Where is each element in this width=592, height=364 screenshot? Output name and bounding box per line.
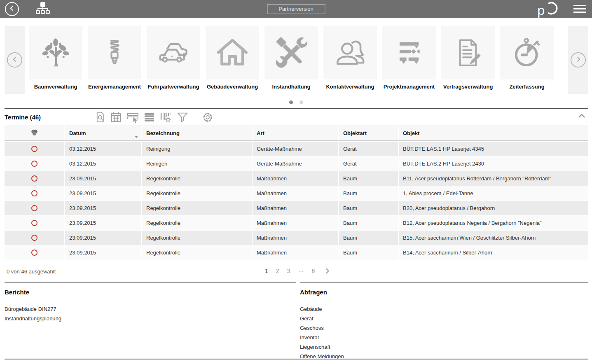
column-header-bezeichnung[interactable]: Bezeichnung: [141, 126, 252, 140]
table-row[interactable]: 23.09.2015 Regelkontrolle Maßnahmen Baum…: [5, 245, 588, 260]
carousel-next-button[interactable]: [571, 52, 586, 68]
carousel-right-strip: [568, 26, 588, 94]
pagination-page-1[interactable]: 1: [265, 268, 268, 274]
module-label: Projektmanagement: [382, 84, 436, 90]
module-tile[interactable]: Projektmanagement: [382, 26, 436, 90]
table-row[interactable]: 03.12.2015 Reinigung Geräte-Maßnahme Ger…: [5, 142, 588, 156]
module-tile[interactable]: Baumverwaltung: [29, 26, 82, 90]
abfrage-item[interactable]: Inventar: [300, 335, 588, 341]
table-row[interactable]: 23.09.2015 Regelkontrolle Maßnahmen Baum…: [5, 216, 588, 231]
module-tile[interactable]: Energiemanagement: [88, 26, 141, 90]
cell-bezeichnung: Regelkontrolle: [141, 245, 252, 260]
module-carousel-track: Baumverwaltung Energiemanagement Fuhrpar…: [29, 26, 554, 90]
module-label: Zeiterfassung: [500, 84, 554, 90]
tools-icon: [264, 26, 318, 79]
pagination-page-2[interactable]: 2: [276, 268, 279, 274]
abfrage-item[interactable]: Liegenschaft: [300, 344, 588, 350]
module-tile[interactable]: Kontaktverwaltung: [323, 26, 377, 90]
toolbar-separator: [195, 112, 195, 123]
cell-bezeichnung: Reinigung: [141, 142, 252, 156]
module-tile[interactable]: Fuhrparkverwaltung: [147, 26, 200, 90]
column-header-art[interactable]: Art: [252, 126, 338, 140]
status-circle-icon: [31, 250, 37, 256]
contract-icon: [441, 26, 495, 79]
back-button[interactable]: [5, 2, 19, 16]
table-row[interactable]: 23.09.2015 Regelkontrolle Maßnahmen Baum…: [5, 231, 588, 245]
abfrage-item[interactable]: Geschoss: [300, 325, 588, 331]
cell-objektart: Gerät: [338, 142, 398, 156]
column-header-datum[interactable]: Datum: [64, 126, 141, 140]
status-circle-icon: [31, 146, 37, 152]
status-circle-icon: [31, 235, 37, 241]
pagination-page-6[interactable]: 6: [311, 268, 315, 274]
column-header-status[interactable]: [5, 126, 64, 140]
org-chart-icon: [35, 2, 50, 16]
pagination-ellipsis: ⋯: [298, 268, 304, 274]
module-tile[interactable]: Gebäudeverwaltung: [206, 26, 259, 90]
filter-icon[interactable]: [176, 112, 189, 123]
row-select-icon[interactable]: [126, 112, 139, 123]
cell-objektart: Baum: [338, 201, 398, 215]
cell-objekt: BÜT.DTE.LAS.1 HP Laserjet 4345: [398, 142, 588, 156]
status-circle-icon: [31, 205, 37, 211]
termine-section: Termine (46) Datum Bezeichnung Art Objek…: [5, 108, 588, 282]
tree-icon: [29, 26, 82, 79]
cell-bezeichnung: Regelkontrolle: [141, 171, 252, 186]
module-label: Energiemanagement: [88, 84, 141, 90]
cell-objektart: Baum: [338, 231, 398, 245]
app-logo: p: [537, 0, 559, 18]
abfrage-item[interactable]: Gerät: [300, 316, 588, 322]
module-tile[interactable]: Zeiterfassung: [500, 26, 554, 90]
cell-datum: 23.09.2015: [64, 186, 141, 201]
carousel-page-dot[interactable]: [300, 100, 303, 104]
cell-art: Maßnahmen: [252, 245, 338, 260]
carousel-prev-button[interactable]: [7, 52, 22, 68]
chevron-left-icon: [12, 56, 18, 64]
table-row[interactable]: 23.09.2015 Regelkontrolle Maßnahmen Baum…: [5, 201, 588, 216]
carousel-page-dot[interactable]: [289, 100, 293, 104]
table-row[interactable]: 23.09.2015 Regelkontrolle Maßnahmen Baum…: [5, 186, 588, 201]
cell-objekt: 1, Abies procera / Edel-Tanne: [398, 186, 588, 201]
pagination-next-button[interactable]: [324, 268, 330, 274]
table-row[interactable]: 23.09.2015 Regelkontrolle Maßnahmen Baum…: [5, 171, 588, 186]
settings-icon[interactable]: [201, 111, 214, 124]
document-search-icon[interactable]: [95, 112, 105, 123]
module-tile[interactable]: Vertragsverwaltung: [441, 26, 495, 90]
cell-objektart: Baum: [338, 245, 398, 260]
cell-objekt: B14, Acer saccharinum / Silber-Ahorn: [398, 245, 588, 260]
cell-art: Maßnahmen: [252, 171, 338, 186]
cell-bezeichnung: Regelkontrolle: [141, 186, 252, 201]
column-header-objektart[interactable]: Objektart: [338, 126, 398, 140]
table-row[interactable]: 03.12.2015 Reinigen Geräte-Maßnahme Gerä…: [5, 156, 588, 171]
bericht-item[interactable]: Instandhaltungsplanung: [5, 316, 296, 322]
module-tile[interactable]: Instandhaltung: [264, 26, 318, 90]
bericht-item[interactable]: Bürogebäude DIN277: [5, 306, 296, 312]
cell-objektart: Baum: [338, 186, 398, 201]
collapse-section-button[interactable]: [578, 113, 586, 120]
berichte-panel: Berichte Bürogebäude DIN277Instandhaltun…: [5, 282, 296, 325]
org-chart-button[interactable]: [35, 2, 50, 16]
partnerversion-button[interactable]: Partnerversion: [267, 4, 325, 14]
logo-arc-icon: [544, 0, 559, 18]
panel-divider: [300, 282, 588, 283]
column-header-objekt[interactable]: Objekt: [398, 126, 588, 140]
cell-objekt: B11, Acer pseudoplatanus Rotterdam / Ber…: [398, 171, 588, 186]
cell-objektart: Gerät: [338, 156, 398, 171]
barcode-settings-icon[interactable]: [160, 112, 171, 123]
list-rows-icon[interactable]: [144, 112, 155, 123]
calendar-icon[interactable]: [110, 112, 122, 123]
people-icon: [323, 26, 377, 79]
status-cluster-icon: [31, 129, 38, 137]
abfragen-list: GebäudeGerätGeschossInventarLiegenschaft…: [300, 306, 588, 359]
cell-objekt: B12, Acer pseudoplatanus Negenia / Berga…: [398, 216, 588, 230]
logo-letter: p: [537, 4, 544, 16]
pagination-page-3[interactable]: 3: [287, 268, 290, 274]
cell-art: Maßnahmen: [252, 201, 338, 215]
bottom-panels: Berichte Bürogebäude DIN277Instandhaltun…: [5, 282, 588, 364]
abfrage-item[interactable]: Gebäude: [300, 306, 588, 312]
cell-art: Geräte-Maßnahme: [252, 156, 338, 171]
abfragen-panel: Abfragen GebäudeGerätGeschossInventarLie…: [300, 282, 588, 363]
cell-datum: 23.09.2015: [64, 245, 141, 260]
cell-art: Maßnahmen: [252, 216, 338, 230]
hamburger-menu-button[interactable]: [573, 5, 586, 13]
